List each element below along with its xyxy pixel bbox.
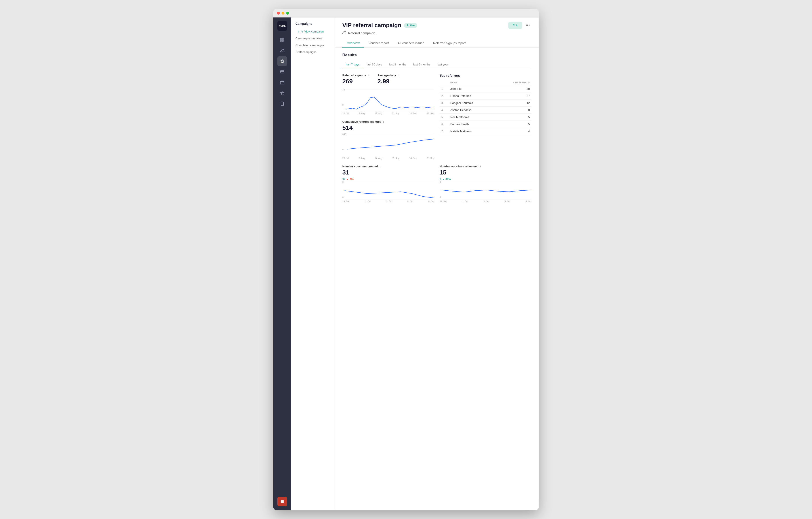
card-nav-icon[interactable] [278, 67, 287, 77]
svg-rect-8 [281, 102, 284, 106]
more-button[interactable]: ••• [524, 22, 531, 29]
table-row: 7 Natalie Mathews 4 [440, 128, 531, 135]
table-row: 3 Bongani Khumalo 12 [440, 100, 531, 107]
referrals-cell: 8 [495, 107, 531, 114]
sparkle-nav-icon[interactable] [278, 88, 287, 98]
name-cell: Neil McDonald [448, 114, 495, 121]
referred-signups-value: 269 [342, 78, 369, 85]
cumulative-chart-wrapper: 640 0 [342, 133, 434, 159]
svg-point-13 [343, 31, 345, 32]
time-filter-3months[interactable]: last 3 months [386, 61, 410, 68]
results-title: Results [342, 53, 531, 57]
table-row: 5 Neil McDonald 5 [440, 114, 531, 121]
menu-bottom-icon[interactable] [278, 497, 287, 507]
col-referrals: # REFERRALS [495, 80, 531, 85]
vouchers-redeemed-block: Number vouchers redeemed ℹ 15 9 ▲ 67% [440, 165, 531, 203]
cumulative-label: Cumulative referred signups ℹ [342, 120, 434, 124]
wallet-nav-icon[interactable] [278, 78, 287, 87]
analytics-nav-icon[interactable] [278, 35, 287, 45]
svg-rect-5 [281, 71, 284, 73]
minimize-button[interactable] [282, 12, 285, 15]
header-actions: Edit ••• [508, 22, 531, 29]
vouchers-created-block: Number vouchers created ℹ 31 32 ▼ 3% [342, 165, 434, 203]
table-row: 2 Ronda Peterson 27 [440, 92, 531, 100]
vouchers-redeemed-label: Number vouchers redeemed ℹ [440, 165, 531, 168]
left-stats: Referred signups ℹ 269 Average daily ℹ [342, 74, 434, 159]
app-window: ACME [273, 9, 539, 510]
title-area: VIP referral campaign Active [342, 22, 417, 29]
maximize-button[interactable] [286, 12, 289, 15]
campaign-type: Referral campaign [342, 30, 531, 36]
rank-cell: 5 [440, 114, 448, 121]
campaigns-nav-icon[interactable] [278, 56, 287, 66]
referred-signups-chart [346, 89, 434, 111]
nav-section-title: Campaigns [291, 22, 335, 28]
vouchers-created-change: 32 ▼ 3% [342, 178, 434, 181]
chart-x-axis-vr: 29. Sep 1. Oct 3. Oct 5. Oct 6. Oct [440, 200, 531, 203]
time-filter-7days[interactable]: last 7 days [342, 61, 363, 68]
nav-item-completed-campaigns[interactable]: Completed campaigns [291, 42, 335, 49]
edit-button[interactable]: Edit [508, 22, 522, 29]
nav-item-campaigns-overview[interactable]: Campaigns overview [291, 35, 335, 42]
time-filters: last 7 days last 30 days last 3 months l… [342, 61, 531, 68]
tab-overview[interactable]: Overview [342, 39, 364, 48]
bottom-charts: Number vouchers created ℹ 31 32 ▼ 3% [342, 165, 531, 203]
table-row: 1 Jane Pitt 38 [440, 85, 531, 92]
chart-y-axis-vr: 8 0 [440, 181, 441, 198]
tab-all-vouchers[interactable]: All vouchers issued [393, 39, 429, 48]
rank-cell: 4 [440, 107, 448, 114]
time-filter-6months[interactable]: last 6 months [410, 61, 434, 68]
rank-cell: 7 [440, 128, 448, 135]
referred-signups-block: Referred signups ℹ 269 Average daily ℹ [342, 74, 434, 115]
tab-voucher-report[interactable]: Voucher report [364, 39, 393, 48]
chart-y-axis-signups: 32 0 [342, 88, 345, 106]
referrals-cell: 27 [495, 92, 531, 100]
time-filter-year[interactable]: last year [434, 61, 452, 68]
users-nav-icon[interactable] [278, 46, 287, 55]
page-header: VIP referral campaign Active Edit ••• Re… [335, 18, 539, 48]
chart-x-axis-cumulative: 20. Jul 3. Aug 17. Aug 31. Aug 14. Sep 2… [342, 157, 434, 159]
cumulative-value: 514 [342, 124, 434, 131]
chart-y-axis-vc: 8 0 [342, 181, 344, 198]
vouchers-redeemed-chart [442, 182, 531, 199]
close-button[interactable] [277, 12, 280, 15]
name-cell: Natalie Mathews [448, 128, 495, 135]
name-cell: Ronda Peterson [448, 92, 495, 100]
referrers-table: NAME # REFERRALS 1 Jane Pitt 38 2 Ronda … [440, 80, 531, 135]
header-top: VIP referral campaign Active Edit ••• [342, 22, 531, 29]
content-area: Results last 7 days last 30 days last 3 … [335, 48, 539, 510]
page-title: VIP referral campaign [342, 22, 401, 29]
cumulative-chart [347, 134, 434, 156]
stats-grid: Referred signups ℹ 269 Average daily ℹ [342, 74, 531, 159]
referral-icon [342, 30, 346, 36]
name-cell: Barbara Smith [448, 121, 495, 128]
vouchers-redeemed-chart-wrapper: 8 0 [440, 181, 531, 203]
cumulative-block: Cumulative referred signups ℹ 514 640 0 [342, 120, 434, 159]
referrals-cell: 38 [495, 85, 531, 92]
rank-cell: 2 [440, 92, 448, 100]
name-cell: Ashton Hendriks [448, 107, 495, 114]
table-row: 6 Barbara Smith 5 [440, 121, 531, 128]
mobile-nav-icon[interactable] [278, 99, 287, 109]
nav-item-draft-campaigns[interactable]: Draft campaigns [291, 49, 335, 55]
referrers-title: Top referrers [440, 74, 531, 77]
referrals-cell: 5 [495, 114, 531, 121]
referrers-section: Top referrers NAME # REFERRALS 1 [440, 74, 531, 159]
name-cell: Jane Pitt [448, 85, 495, 92]
chart-y-axis-cumulative: 640 0 [342, 133, 346, 151]
referred-signups-label: Referred signups ℹ [342, 74, 369, 77]
time-filter-30days[interactable]: last 30 days [363, 61, 385, 68]
rank-cell: 1 [440, 85, 448, 92]
svg-rect-2 [281, 40, 282, 42]
svg-point-4 [281, 49, 283, 51]
rank-cell: 6 [440, 121, 448, 128]
campaign-type-label: Referral campaign [348, 31, 375, 35]
average-daily-value: 2.99 [377, 78, 399, 85]
tab-signups-report[interactable]: Referred signups report [429, 39, 470, 48]
titlebar [273, 9, 539, 18]
vouchers-created-label: Number vouchers created ℹ [342, 165, 434, 168]
chart-x-axis-signups: 20. Jul 3. Aug 17. Aug 31. Aug 14. Sep 2… [342, 112, 434, 115]
nav-item-view-campaign[interactable]: ↳ ↳ View campaign [291, 28, 335, 35]
status-badge: Active [404, 23, 417, 28]
svg-rect-3 [283, 40, 284, 42]
